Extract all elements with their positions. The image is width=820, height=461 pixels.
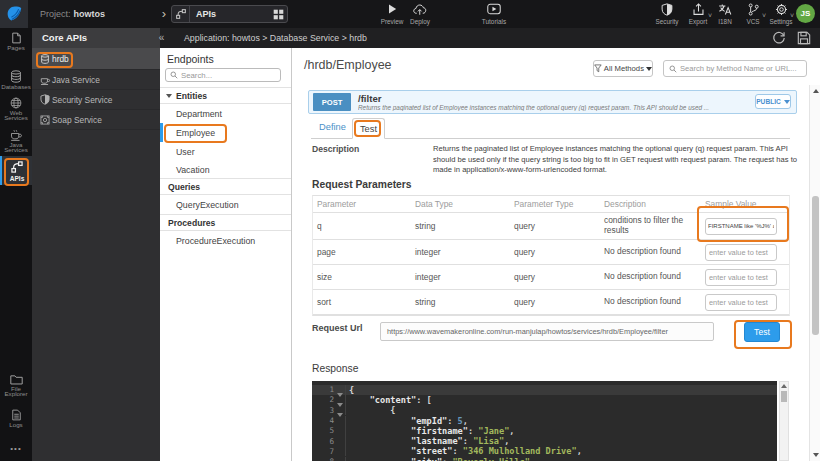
git-branch-icon — [747, 2, 760, 16]
description-label: Description — [312, 144, 359, 154]
sample-value-input-sort[interactable] — [705, 294, 777, 311]
service-item-java-service[interactable]: Java Service — [32, 70, 160, 90]
method-badge: POST — [313, 93, 351, 111]
table-row: sort string query No description found — [313, 290, 789, 315]
collapse-panel-button[interactable]: « — [155, 32, 168, 45]
section-queries[interactable]: Queries — [160, 178, 291, 195]
visibility-dropdown[interactable]: PUBLIC — [755, 94, 791, 109]
code-line: 6"lastname": "Lisa", — [312, 436, 777, 446]
code-line: 7"street": "346 Mulholland Drive", — [312, 446, 777, 456]
code-line: 2"content": [ — [312, 395, 777, 405]
endpoints-search[interactable] — [165, 68, 281, 82]
code-line: 3{ — [312, 405, 777, 415]
endpoint-item-queryexecution[interactable]: QueryExecution — [160, 195, 291, 214]
rail-item-databases[interactable]: Databases — [0, 70, 32, 90]
page-icon — [11, 32, 22, 44]
funnel-icon — [594, 64, 602, 73]
search-icon — [170, 71, 178, 79]
endpoint-summary: Returns the paginated list of Employee i… — [358, 104, 750, 111]
tab-define[interactable]: Define — [319, 122, 346, 132]
refresh-icon[interactable] — [772, 31, 786, 45]
service-item-label: Soap Service — [52, 115, 102, 125]
shield-icon — [40, 94, 52, 105]
top-bar: Project:howtos › APIs — [0, 0, 820, 28]
coffee-icon — [40, 75, 52, 85]
soap-service-icon — [40, 115, 52, 125]
sample-value-input-page[interactable] — [705, 244, 777, 261]
rail-item-apis[interactable]: APIs — [0, 156, 32, 185]
methods-filter-dropdown[interactable]: All Methods — [593, 60, 653, 77]
rail-item-logs[interactable]: Logs — [0, 409, 32, 428]
video-tutorials-icon — [487, 2, 501, 16]
service-item-security-service[interactable]: Security Service — [32, 90, 160, 110]
response-code-editor[interactable]: 1{2"content": [3{4"empId": 5,5"firstname… — [312, 381, 777, 461]
section-entities[interactable]: Entities — [160, 87, 291, 104]
user-avatar[interactable]: JS — [796, 4, 815, 23]
sample-value-input-q[interactable] — [705, 218, 777, 235]
app-logo[interactable] — [0, 0, 28, 28]
rail-more-button[interactable]: ••• — [0, 444, 32, 453]
caret-down-icon — [646, 67, 652, 71]
database-icon — [10, 70, 22, 83]
grid-icon[interactable] — [269, 9, 287, 20]
api-node-icon — [10, 160, 24, 174]
folder-icon — [10, 374, 23, 385]
scroll-up-icon[interactable] — [813, 89, 819, 93]
endpoints-search-input[interactable] — [181, 71, 271, 80]
caret-down-icon: ˅ — [790, 12, 794, 19]
main-content: /hrdb/Employee All Methods POST /filter … — [292, 48, 820, 461]
request-parameters-heading: Request Parameters — [312, 179, 412, 190]
request-url-label: Request Url — [312, 323, 363, 333]
code-line: 1{ — [312, 385, 777, 395]
selector-label: APIs — [190, 9, 269, 19]
endpoints-panel: Endpoints Entities Department Employee U… — [160, 48, 292, 461]
table-row: q string query conditions to filter the … — [313, 213, 789, 240]
rail-item-web-services[interactable]: Web Services — [0, 97, 32, 121]
scroll-down-icon[interactable] — [813, 453, 819, 457]
globe-icon — [10, 97, 22, 109]
method-search[interactable] — [663, 60, 807, 77]
caret-down-icon — [784, 100, 790, 104]
database-icon — [40, 54, 52, 64]
code-line: 4"empId": 5, — [312, 415, 777, 425]
editor-scrollbar[interactable] — [779, 381, 789, 461]
response-heading: Response — [312, 363, 358, 374]
caret-down-icon — [166, 94, 172, 98]
endpoint-item-vacation[interactable]: Vacation — [160, 161, 291, 178]
endpoint-card[interactable]: POST /filter Returns the paginated list … — [308, 90, 797, 114]
scrollbar-thumb[interactable] — [812, 196, 819, 335]
content-scrollbar[interactable] — [809, 85, 820, 461]
service-item-soap-service[interactable]: Soap Service — [32, 110, 160, 130]
log-file-icon — [11, 409, 22, 421]
endpoint-item-user[interactable]: User — [160, 142, 291, 161]
scrollbar-thumb[interactable] — [781, 391, 787, 402]
endpoint-item-employee[interactable]: Employee — [160, 123, 291, 142]
left-icon-rail: Pages Databases Web Services — [0, 28, 32, 461]
breadcrumb-bar: « Application: howtos > Database Service… — [160, 28, 820, 48]
security-button[interactable]: Security — [650, 2, 684, 27]
rail-item-java-services[interactable]: Java Services — [0, 129, 32, 153]
rail-item-file-explorer[interactable]: File Explorer — [0, 374, 32, 397]
api-node-icon — [172, 6, 190, 22]
method-search-input[interactable] — [680, 64, 805, 73]
endpoint-item-department[interactable]: Department — [160, 104, 291, 123]
code-line: 5"firstname": "Jane", — [312, 426, 777, 436]
service-item-label: hrdb — [52, 54, 69, 64]
scroll-up-icon[interactable] — [781, 384, 787, 389]
rail-item-pages[interactable]: Pages — [0, 32, 32, 51]
service-item-hrdb[interactable]: hrdb — [32, 48, 160, 70]
breadcrumb: Application: howtos > Database Service >… — [184, 28, 367, 48]
workspace-selector[interactable]: APIs — [171, 5, 288, 23]
deploy-button[interactable]: Deploy — [403, 2, 437, 27]
shield-icon — [661, 2, 673, 16]
endpoint-item-procedureexecution[interactable]: ProcedureExecution — [160, 231, 291, 250]
sample-value-input-size[interactable] — [705, 269, 777, 286]
tutorials-button[interactable]: Tutorials — [477, 2, 511, 27]
tab-test[interactable]: Test — [352, 118, 385, 139]
test-button[interactable]: Test — [744, 322, 780, 342]
section-procedures[interactable]: Procedures — [160, 214, 291, 231]
page-title: /hrdb/Employee — [304, 58, 392, 72]
endpoints-title: Endpoints — [167, 53, 214, 65]
save-icon[interactable] — [797, 31, 811, 45]
code-line: 8"city": "Beverly Hills", — [312, 457, 777, 461]
